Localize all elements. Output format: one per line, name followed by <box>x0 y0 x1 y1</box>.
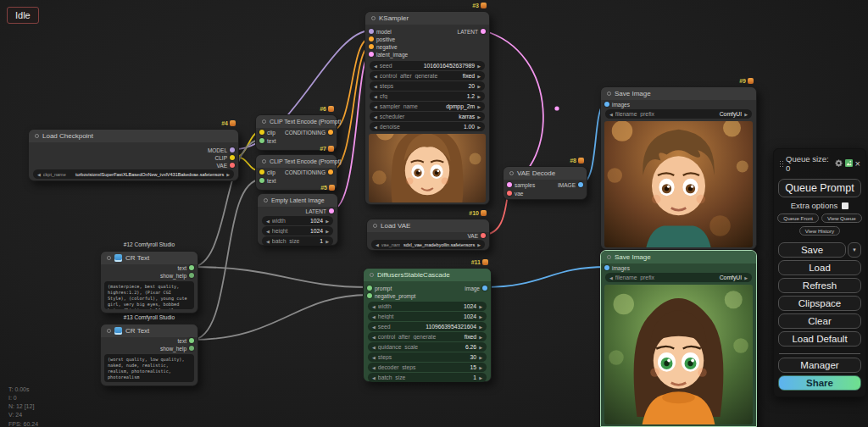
node-diffusers-stable-cascade[interactable]: #11 DiffusersStableCascade prompt negati… <box>363 268 492 382</box>
input-port-clip[interactable]: clip <box>259 169 275 175</box>
output-port-image[interactable]: IMAGE <box>558 181 583 188</box>
node-title-bar[interactable]: CLIP Text Encode (Prompt) <box>256 115 337 128</box>
output-port-vae[interactable]: VAE <box>216 162 235 169</box>
widget-width[interactable]: width1024 <box>368 302 487 311</box>
input-port-samples[interactable]: samples <box>507 181 535 188</box>
widget-cfg[interactable]: cfg1.2 <box>370 92 485 101</box>
settings-gear-icon[interactable] <box>835 159 843 169</box>
widget-denoise[interactable]: denoise1.00 <box>370 122 485 131</box>
load-default-button[interactable]: Load Default <box>778 331 861 347</box>
extra-options-checkbox[interactable] <box>842 202 849 209</box>
widget-guidance-scale[interactable]: guidance_scale6.26 <box>368 342 487 352</box>
view-history-button[interactable]: View History <box>799 226 840 236</box>
widget-steps[interactable]: steps30 <box>368 352 487 362</box>
widget-steps[interactable]: steps20 <box>370 81 485 91</box>
save-dropdown-arrow[interactable] <box>848 242 861 258</box>
input-port-prompt[interactable]: prompt <box>367 285 392 291</box>
node-graph-canvas[interactable]: #4 Load Checkpoint MODEL CLIP VAE ckpt_n… <box>0 0 868 427</box>
widget-width[interactable]: width1024 <box>262 216 333 225</box>
widget-filename-prefix[interactable]: filename_prefixComfyUI <box>605 273 752 282</box>
manager-button[interactable]: Manager <box>778 358 861 373</box>
input-port-negative-prompt[interactable]: negative_prompt <box>367 292 415 299</box>
node-title-bar[interactable]: CLIP Text Encode (Prompt) <box>256 155 337 168</box>
input-port-negative[interactable]: negative <box>369 43 398 50</box>
node-cr-text-positive[interactable]: CR Text text show_help (masterpiece, bes… <box>100 251 198 313</box>
output-port-clip[interactable]: CLIP <box>215 154 235 161</box>
widget-control-after-generate[interactable]: control_after_generatefixed <box>370 71 485 80</box>
widget-vae-name[interactable]: vae_namesdxl_vae_madebyollin.safetensors <box>371 240 485 249</box>
node-title-bar[interactable]: CR Text <box>101 252 198 264</box>
widget-ckpt-name[interactable]: ckpt_nameturbovisionxlSuperFastXLBasedOn… <box>33 169 234 179</box>
gallery-icon[interactable] <box>845 159 853 169</box>
input-port-clip[interactable]: clip <box>259 129 275 136</box>
node-title-bar[interactable]: VAE Decode <box>504 167 587 180</box>
queue-front-button[interactable]: Queue Front <box>777 214 819 223</box>
collapse-dot-icon[interactable] <box>107 256 111 260</box>
widget-batch-size[interactable]: batch_size1 <box>368 373 487 382</box>
node-load-vae[interactable]: #10 Load VAE VAE vae_namesdxl_vae_madeby… <box>366 219 490 251</box>
input-port-text[interactable]: text <box>259 177 275 184</box>
prompt-textarea[interactable]: (masterpiece, best quality, highres:1.2)… <box>104 281 194 309</box>
refresh-button[interactable]: Refresh <box>778 278 861 293</box>
clipspace-button[interactable]: Clipspace <box>778 296 861 311</box>
input-port-positive[interactable]: positive <box>369 36 395 42</box>
node-ksampler[interactable]: #3 KSampler model positive negative late… <box>364 11 490 205</box>
collapse-dot-icon[interactable] <box>373 224 377 228</box>
drag-handle-icon[interactable] <box>779 160 783 168</box>
output-port-model[interactable]: MODEL <box>208 147 235 153</box>
output-port-text[interactable]: text <box>178 264 194 271</box>
collapse-dot-icon[interactable] <box>371 16 376 20</box>
node-title-bar[interactable]: Save Image <box>601 251 756 263</box>
node-title-bar[interactable]: Save Image <box>601 87 756 100</box>
output-port-vae[interactable]: VAE <box>467 232 486 239</box>
share-button[interactable]: Share <box>778 375 861 391</box>
load-button[interactable]: Load <box>778 260 861 275</box>
widget-height[interactable]: height1024 <box>368 312 487 321</box>
node-empty-latent-image[interactable]: #5 Empty Latent Image LATENT width1024 h… <box>257 193 338 246</box>
close-icon[interactable] <box>855 158 860 169</box>
widget-decoder-steps[interactable]: decoder_steps15 <box>368 363 487 372</box>
collapse-dot-icon[interactable] <box>264 198 268 202</box>
widget-batch-size[interactable]: batch_size1 <box>262 236 333 246</box>
node-title-bar[interactable]: Load Checkpoint <box>29 130 238 142</box>
node-title-bar[interactable]: Empty Latent Image <box>258 194 337 207</box>
prompt-textarea[interactable]: (worst quality, low quality), naked, nud… <box>104 354 194 382</box>
input-port-images[interactable]: images <box>604 264 630 271</box>
output-port-conditioning[interactable]: CONDITIONING <box>285 129 333 136</box>
input-port-latent-image[interactable]: latent_image <box>369 51 408 58</box>
collapse-dot-icon[interactable] <box>607 255 611 259</box>
widget-sampler-name[interactable]: sampler_namedpmpp_2m <box>370 102 485 111</box>
output-port-show-help[interactable]: show_help <box>160 272 194 279</box>
input-port-vae[interactable]: vae <box>507 190 523 197</box>
output-port-image[interactable]: image <box>465 285 487 291</box>
collapse-dot-icon[interactable] <box>607 92 611 96</box>
node-title-bar[interactable]: Load VAE <box>367 219 489 232</box>
node-title-bar[interactable]: DiffusersStableCascade <box>364 269 491 281</box>
output-port-text[interactable]: text <box>178 337 194 344</box>
output-port-conditioning[interactable]: CONDITIONING <box>285 169 333 175</box>
node-title-bar[interactable]: CR Text <box>101 324 198 337</box>
queue-prompt-button[interactable]: Queue Prompt <box>778 179 861 197</box>
collapse-dot-icon[interactable] <box>107 329 111 333</box>
collapse-dot-icon[interactable] <box>35 134 39 138</box>
collapse-dot-icon[interactable] <box>262 159 266 164</box>
node-cr-text-negative[interactable]: CR Text text show_help (worst quality, l… <box>100 324 198 386</box>
widget-control-after-generate[interactable]: control_after_generatefixed <box>368 332 487 341</box>
node-vae-decode[interactable]: #8 VAE Decode samples vae IMAGE <box>503 166 587 200</box>
save-button[interactable]: Save <box>778 242 846 258</box>
collapse-dot-icon[interactable] <box>262 119 266 124</box>
widget-height[interactable]: height1024 <box>262 226 333 236</box>
collapse-dot-icon[interactable] <box>370 273 374 277</box>
output-port-show-help[interactable]: show_help <box>160 345 194 352</box>
widget-seed[interactable]: seed1016016452637989 <box>370 61 485 70</box>
output-port-latent[interactable]: LATENT <box>458 28 486 35</box>
node-load-checkpoint[interactable]: #4 Load Checkpoint MODEL CLIP VAE ckpt_n… <box>28 129 239 181</box>
node-title-bar[interactable]: KSampler <box>365 12 489 25</box>
input-port-model[interactable]: model <box>369 28 392 35</box>
view-queue-button[interactable]: View Queue <box>821 214 862 223</box>
collapse-dot-icon[interactable] <box>509 171 514 175</box>
node-save-image-2[interactable]: Save Image images filename_prefixComfyUI <box>600 250 757 427</box>
clear-button[interactable]: Clear <box>778 313 861 329</box>
output-port-latent[interactable]: LATENT <box>306 208 334 214</box>
input-port-images[interactable]: images <box>604 101 630 108</box>
